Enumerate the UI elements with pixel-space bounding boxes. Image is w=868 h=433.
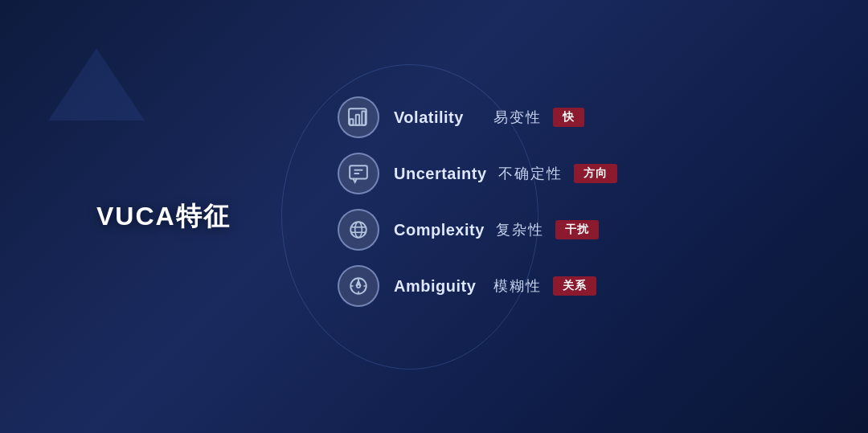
volatility-badge: 快: [553, 108, 584, 127]
ambiguity-text-group: Ambiguity 模糊性 关系: [394, 276, 596, 296]
volatility-en: Volatility: [394, 108, 482, 127]
svg-rect-2: [362, 111, 365, 125]
svg-rect-4: [350, 165, 367, 178]
complexity-icon-circle: [338, 209, 379, 251]
complexity-badge: 干扰: [555, 220, 599, 239]
vuca-items-container: Volatility 易变性 快 Uncertainty 不确定性 方向: [338, 96, 617, 307]
complexity-text-group: Complexity 复杂性 干扰: [394, 220, 599, 239]
ambiguity-en: Ambiguity: [394, 277, 482, 296]
volatility-icon-circle: [338, 96, 379, 138]
uncertainty-badge: 方向: [574, 164, 617, 183]
ambiguity-badge: 关系: [553, 276, 596, 296]
compass-icon: [348, 276, 369, 296]
svg-point-8: [355, 222, 362, 238]
svg-marker-17: [356, 281, 360, 287]
volatility-zh: 易变性: [493, 108, 542, 127]
uncertainty-text-group: Uncertainty 不确定性 方向: [394, 164, 617, 183]
list-item: Uncertainty 不确定性 方向: [338, 153, 617, 194]
list-item: Complexity 复杂性 干扰: [338, 209, 617, 251]
ambiguity-zh: 模糊性: [493, 276, 542, 296]
page-title: VUCA特征: [96, 199, 231, 235]
complexity-en: Complexity: [394, 221, 485, 239]
uncertainty-zh: 不确定性: [498, 164, 563, 183]
svg-point-7: [350, 222, 366, 238]
list-item: Ambiguity 模糊性 关系: [338, 265, 617, 307]
svg-rect-1: [356, 115, 359, 125]
svg-rect-0: [350, 119, 353, 125]
complexity-zh: 复杂性: [496, 220, 544, 239]
triangle-decoration: [48, 48, 145, 121]
list-item: Volatility 易变性 快: [338, 96, 617, 138]
ambiguity-icon-circle: [338, 265, 379, 307]
globe-icon: [348, 219, 369, 240]
chart-icon: [348, 107, 369, 128]
uncertainty-icon-circle: [338, 153, 379, 194]
volatility-text-group: Volatility 易变性 快: [394, 108, 584, 127]
uncertainty-en: Uncertainty: [394, 165, 487, 183]
message-icon: [348, 163, 369, 184]
